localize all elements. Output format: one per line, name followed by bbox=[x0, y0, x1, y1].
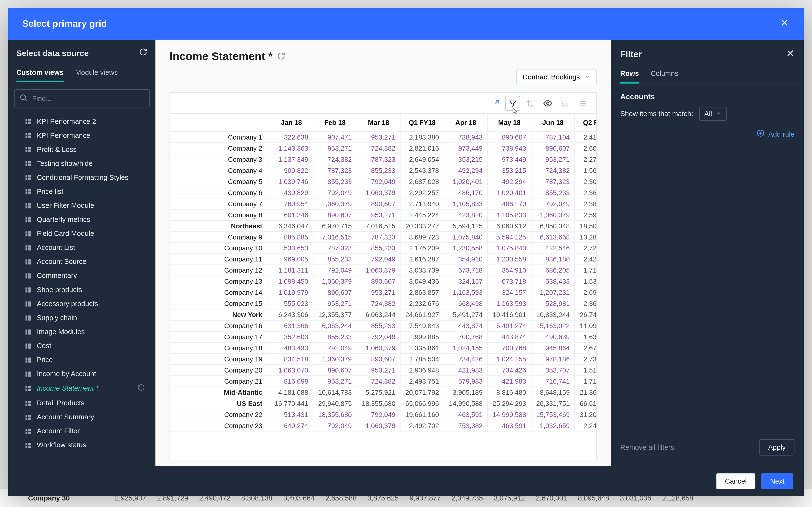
cell[interactable]: 792,049 bbox=[357, 409, 400, 420]
sidebar-item[interactable]: Supply chain bbox=[11, 311, 153, 325]
table-row[interactable]: Company 17352,603855,233792,0491,999,885… bbox=[170, 331, 597, 342]
sidebar-item[interactable]: Retail Products bbox=[11, 396, 153, 410]
refresh-icon[interactable] bbox=[139, 48, 147, 58]
table-row[interactable]: Company 19834,5181,060,379890,6072,785,5… bbox=[170, 353, 597, 364]
cell[interactable]: 439,829 bbox=[269, 187, 313, 198]
cell[interactable]: 353,707 bbox=[531, 364, 574, 376]
table-row[interactable]: Company 21,143,363953,271724,3822,821,01… bbox=[170, 143, 597, 154]
cell[interactable]: 792,049 bbox=[357, 176, 400, 187]
table-row[interactable]: Company 6439,829792,0491,060,3792,292,25… bbox=[170, 187, 597, 198]
cell[interactable]: 7,016,515 bbox=[357, 220, 400, 231]
cell[interactable]: 13,283,633 bbox=[575, 231, 597, 242]
cell[interactable]: 738,943 bbox=[444, 131, 488, 143]
column-header[interactable]: Q1 FY18 bbox=[400, 114, 444, 131]
cell[interactable]: 2,492,702 bbox=[400, 420, 444, 431]
cell[interactable]: 2,421,648 bbox=[575, 253, 597, 265]
cell[interactable]: 492,294 bbox=[488, 176, 531, 187]
cell[interactable]: 700,768 bbox=[444, 331, 488, 342]
table-row[interactable]: Company 31,137,349724,382787,3232,649,05… bbox=[170, 154, 597, 165]
cell[interactable]: 2,616,287 bbox=[400, 253, 444, 265]
add-rule-button[interactable]: Add rule bbox=[620, 129, 795, 139]
cell[interactable]: 25,294,293 bbox=[488, 398, 531, 409]
cell[interactable]: 421,983 bbox=[444, 364, 488, 376]
cell[interactable]: 1,060,379 bbox=[531, 209, 574, 220]
cell[interactable]: 5,163,022 bbox=[531, 320, 574, 331]
cell[interactable]: 5,491,274 bbox=[488, 320, 531, 331]
sidebar-item[interactable]: Commentary bbox=[11, 269, 153, 283]
cell[interactable]: 14,990,588 bbox=[444, 398, 488, 409]
table-row[interactable]: Company 131,098,4501,060,379890,6073,049… bbox=[170, 276, 597, 287]
cell[interactable]: 490,639 bbox=[531, 331, 574, 342]
cell[interactable]: 855,233 bbox=[531, 187, 574, 198]
next-button[interactable]: Next bbox=[761, 473, 793, 489]
cell[interactable]: 353,215 bbox=[488, 165, 531, 176]
cell[interactable]: 538,433 bbox=[531, 276, 574, 287]
cell[interactable]: 7,016,515 bbox=[313, 231, 357, 242]
filter-match-dropdown[interactable]: All bbox=[699, 107, 727, 121]
cell[interactable]: 953,271 bbox=[313, 376, 357, 387]
sync-icon[interactable] bbox=[277, 52, 286, 62]
cell[interactable]: 1,510,116 bbox=[575, 364, 597, 376]
cell[interactable]: 2,292,257 bbox=[400, 187, 444, 198]
table-row[interactable]: Company 141,019,979890,607953,2712,863,8… bbox=[170, 287, 597, 298]
cell[interactable]: 10,416,901 bbox=[488, 309, 531, 320]
cell[interactable]: 463,591 bbox=[444, 409, 488, 420]
cell[interactable]: 423,820 bbox=[444, 209, 488, 220]
cell[interactable]: 3,905,189 bbox=[444, 387, 488, 398]
cell[interactable]: 900,822 bbox=[269, 165, 313, 176]
cell[interactable]: 26,741,419 bbox=[575, 309, 597, 320]
cell[interactable]: 1,105,833 bbox=[444, 198, 488, 209]
cell[interactable]: 1,143,363 bbox=[269, 143, 313, 154]
cell[interactable]: 890,607 bbox=[531, 143, 574, 154]
sidebar-item[interactable]: Quarterly metrics bbox=[11, 213, 153, 227]
cell[interactable]: 686,205 bbox=[531, 265, 574, 276]
filter-tab-rows[interactable]: Rows bbox=[620, 69, 639, 83]
apply-filter-button[interactable]: Apply bbox=[759, 439, 794, 456]
cell[interactable]: 787,104 bbox=[531, 131, 574, 143]
table-row[interactable]: Company 7760,9541,060,379890,6072,711,94… bbox=[170, 198, 597, 209]
table-row[interactable]: Company 18483,433792,0491,060,3792,335,8… bbox=[170, 342, 597, 353]
close-icon[interactable] bbox=[779, 18, 790, 31]
cell[interactable]: 890,607 bbox=[357, 276, 400, 287]
cell[interactable]: 555,023 bbox=[269, 298, 313, 309]
cell[interactable]: 973,449 bbox=[488, 154, 531, 165]
cancel-button[interactable]: Cancel bbox=[716, 473, 755, 489]
cell[interactable]: 65,066,996 bbox=[400, 398, 444, 409]
cell[interactable]: 11,098,170 bbox=[575, 320, 597, 331]
cell[interactable]: 1,060,379 bbox=[313, 276, 357, 287]
cell[interactable]: 10,614,783 bbox=[313, 387, 357, 398]
sidebar-item[interactable]: Conditional Formatting Styles bbox=[11, 170, 153, 184]
sidebar-item[interactable]: KPI Performance 2 bbox=[11, 114, 153, 128]
cell[interactable]: 760,954 bbox=[269, 198, 313, 209]
cell[interactable]: 890,607 bbox=[313, 287, 357, 298]
cell[interactable]: 953,271 bbox=[357, 131, 400, 143]
revert-icon[interactable] bbox=[137, 384, 145, 393]
cell[interactable]: 1,230,558 bbox=[488, 253, 531, 265]
table-row[interactable]: Company 15555,023953,271724,3822,232,676… bbox=[170, 298, 597, 309]
cell[interactable]: 66,616,632 bbox=[575, 398, 597, 409]
cell[interactable]: 2,906,948 bbox=[400, 364, 444, 376]
cell[interactable]: 2,493,751 bbox=[400, 376, 444, 387]
filter-tab-columns[interactable]: Columns bbox=[651, 69, 678, 83]
show-hide-icon[interactable] bbox=[540, 96, 555, 111]
sidebar-item[interactable]: Profit & Loss bbox=[11, 143, 153, 157]
sidebar-item[interactable]: Shoe products bbox=[11, 283, 153, 297]
sidebar-item[interactable]: Income by Account bbox=[11, 367, 153, 381]
cell[interactable]: 1,714,833 bbox=[575, 265, 597, 276]
cell[interactable]: 483,433 bbox=[269, 342, 313, 353]
cell[interactable]: 29,940,875 bbox=[313, 398, 357, 409]
cell[interactable]: 2,543,378 bbox=[400, 165, 444, 176]
cell[interactable]: 724,382 bbox=[313, 154, 357, 165]
column-header[interactable]: Q2 FY18 bbox=[575, 114, 597, 131]
sidebar-item[interactable]: Price list bbox=[11, 184, 153, 199]
cell[interactable]: 21,369,828 bbox=[575, 387, 597, 398]
sidebar-item[interactable]: Cost bbox=[11, 339, 153, 353]
cell[interactable]: 953,271 bbox=[313, 298, 357, 309]
cell[interactable]: 1,075,840 bbox=[444, 231, 488, 242]
cell[interactable]: 734,426 bbox=[444, 353, 488, 364]
table-row[interactable]: Company 51,039,746855,233792,0492,687,02… bbox=[170, 176, 597, 187]
cell[interactable]: 787,323 bbox=[313, 165, 357, 176]
cell[interactable]: 1,536,308 bbox=[575, 276, 597, 287]
cell[interactable]: 19,661,160 bbox=[400, 409, 444, 420]
cell[interactable]: 3,049,436 bbox=[400, 276, 444, 287]
